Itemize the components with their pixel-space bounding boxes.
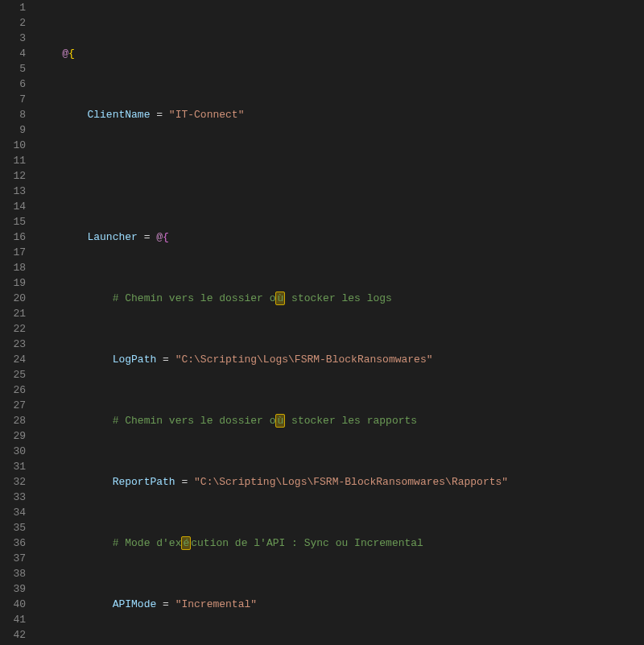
brace-token: {: [68, 48, 75, 60]
line-number: 6: [0, 76, 26, 92]
property: ReportPath: [113, 476, 175, 488]
line-number: 36: [0, 535, 26, 551]
code-line: APIMode = "Incremental": [37, 597, 644, 612]
comment: # Chemin vers le dossier où stocker les …: [113, 291, 392, 305]
line-number: 40: [0, 597, 26, 612]
comment: # Mode d'exécution de l'API : Sync ou In…: [113, 536, 423, 550]
line-number: 13: [0, 184, 26, 199]
line-number: 33: [0, 490, 26, 505]
string: "Incremental": [175, 598, 257, 610]
code-line: Launcher = @{: [37, 229, 644, 245]
eq: =: [150, 109, 168, 121]
code-line: LogPath = "C:\Scripting\Logs\FSRM-BlockR…: [37, 352, 644, 367]
line-number: 18: [0, 260, 26, 275]
line-number: 16: [0, 229, 26, 245]
line-number: 8: [0, 107, 26, 122]
brace-token: {: [163, 231, 169, 243]
code-line: # Chemin vers le dossier où stocker les …: [37, 291, 644, 306]
property: Launcher: [87, 231, 137, 243]
line-number: 1: [0, 0, 26, 15]
line-number: 42: [0, 627, 26, 643]
line-number: 14: [0, 199, 26, 214]
eq: =: [156, 354, 175, 366]
code-content[interactable]: @{ ClientName = "IT-Connect" Launcher = …: [34, 0, 644, 645]
line-number: 24: [0, 352, 26, 367]
code-line: @{: [37, 46, 644, 61]
line-number: 4: [0, 46, 26, 61]
string: "IT-Connect": [169, 109, 245, 121]
line-number: 7: [0, 92, 26, 107]
property: LogPath: [113, 354, 157, 366]
line-number: 35: [0, 520, 26, 535]
line-number: 28: [0, 413, 26, 428]
code-line: ReportPath = "C:\Scripting\Logs\FSRM-Blo…: [37, 474, 644, 490]
at-token: @: [62, 48, 68, 60]
line-number-gutter: 1234567891011121314151617181920212223242…: [0, 0, 34, 645]
line-number: 27: [0, 398, 26, 413]
code-line: ClientName = "IT-Connect": [37, 107, 644, 122]
code-line: # Chemin vers le dossier où stocker les …: [37, 413, 644, 428]
line-number: 21: [0, 306, 26, 321]
property: APIMode: [113, 598, 157, 610]
code-line: [37, 168, 644, 184]
line-number: 19: [0, 275, 26, 291]
line-number: 25: [0, 367, 26, 382]
code-editor[interactable]: 1234567891011121314151617181920212223242…: [0, 0, 644, 645]
line-number: 12: [0, 168, 26, 184]
line-number: 39: [0, 581, 26, 597]
eq: =: [156, 598, 175, 610]
line-number: 31: [0, 459, 26, 474]
line-number: 11: [0, 153, 26, 168]
line-number: 34: [0, 505, 26, 520]
eq: =: [138, 231, 156, 243]
line-number: 17: [0, 245, 26, 260]
line-number: 37: [0, 551, 26, 566]
line-number: 22: [0, 321, 26, 337]
string: "C:\Scripting\Logs\FSRM-BlockRansomwares…: [194, 476, 508, 488]
line-number: 29: [0, 428, 26, 444]
comment: # Chemin vers le dossier où stocker les …: [113, 414, 417, 428]
line-number: 20: [0, 291, 26, 306]
line-number: 10: [0, 138, 26, 153]
property: ClientName: [87, 109, 150, 121]
line-number: 3: [0, 31, 26, 46]
at-token: @: [156, 231, 163, 243]
line-number: 9: [0, 122, 26, 138]
eq: =: [175, 476, 194, 488]
line-number: 5: [0, 61, 26, 76]
line-number: 32: [0, 474, 26, 490]
line-number: 30: [0, 444, 26, 459]
line-number: 2: [0, 15, 26, 31]
code-line: # Mode d'exécution de l'API : Sync ou In…: [37, 535, 644, 551]
line-number: 38: [0, 566, 26, 581]
line-number: 26: [0, 382, 26, 398]
line-number: 15: [0, 214, 26, 229]
line-number: 41: [0, 612, 26, 627]
line-number: 23: [0, 337, 26, 352]
string: "C:\Scripting\Logs\FSRM-BlockRansomwares…: [175, 354, 433, 366]
